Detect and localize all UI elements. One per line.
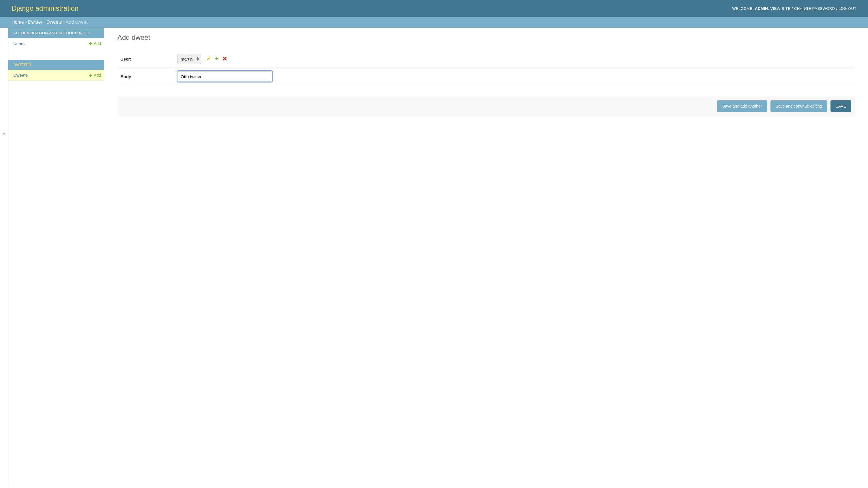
delete-related-button[interactable] bbox=[222, 56, 227, 62]
add-dweets-link[interactable]: ✚ Add bbox=[89, 73, 101, 77]
sidebar-link-users[interactable]: Users bbox=[13, 41, 25, 46]
save-add-another-button[interactable] bbox=[717, 100, 767, 112]
x-icon bbox=[222, 56, 227, 61]
site-title[interactable]: Django administration bbox=[11, 4, 79, 12]
site-title-link[interactable]: Django administration bbox=[11, 4, 79, 12]
user-tools: Welcome, ADMIN. View site / Change passw… bbox=[732, 6, 857, 11]
toggle-sidebar-button[interactable]: « bbox=[0, 28, 8, 486]
user-select[interactable]: martin bbox=[178, 54, 201, 64]
app-section-dwitter-link[interactable]: Dwitter bbox=[13, 63, 31, 67]
logout-link[interactable]: Log out bbox=[839, 6, 857, 11]
change-password-link[interactable]: Change password bbox=[794, 6, 835, 11]
view-site-link[interactable]: View site bbox=[770, 6, 790, 11]
plus-icon: ✚ bbox=[89, 41, 92, 46]
label-user: User: bbox=[118, 57, 178, 61]
add-users-link[interactable]: ✚ Add bbox=[89, 41, 101, 46]
username: ADMIN bbox=[755, 6, 768, 11]
plus-icon: ✚ bbox=[89, 73, 92, 77]
breadcrumb-app[interactable]: Dwitter bbox=[28, 20, 42, 25]
app-section-auth[interactable]: Authentication and Authorization bbox=[8, 28, 104, 38]
form-row-user: User: martin bbox=[118, 50, 855, 68]
save-button[interactable] bbox=[831, 100, 851, 112]
breadcrumb-current: Add dweet bbox=[66, 20, 88, 25]
page-title: Add dweet bbox=[118, 33, 855, 41]
welcome-text: Welcome, bbox=[732, 6, 755, 11]
toggle-sidebar-icon: « bbox=[3, 132, 5, 137]
submit-row bbox=[118, 96, 855, 117]
content: Add dweet User: martin bbox=[104, 28, 868, 486]
add-related-button[interactable] bbox=[214, 56, 219, 62]
breadcrumb: Home › Dwitter › Dweets › Add dweet bbox=[0, 17, 868, 28]
label-body: Body: bbox=[118, 74, 178, 79]
breadcrumb-home[interactable]: Home bbox=[11, 20, 24, 25]
save-continue-button[interactable] bbox=[771, 100, 827, 112]
sidebar-link-dweets[interactable]: Dweets bbox=[13, 73, 28, 77]
breadcrumb-model[interactable]: Dweets bbox=[46, 20, 62, 25]
app-section-auth-link[interactable]: Authentication and Authorization bbox=[13, 31, 91, 35]
app-section-dwitter[interactable]: Dwitter bbox=[8, 60, 104, 70]
sidebar-item-dweets: Dweets ✚ Add bbox=[8, 70, 104, 81]
form-row-body: Body: bbox=[118, 68, 855, 85]
change-related-button[interactable] bbox=[206, 56, 211, 62]
plus-icon bbox=[214, 56, 219, 61]
nav-sidebar: Authentication and Authorization Users ✚… bbox=[8, 28, 104, 486]
body-input[interactable] bbox=[178, 71, 272, 82]
pencil-icon bbox=[206, 56, 211, 61]
app-module-auth: Authentication and Authorization Users ✚… bbox=[8, 28, 104, 49]
header: Django administration Welcome, ADMIN. Vi… bbox=[0, 0, 868, 17]
sidebar-item-users: Users ✚ Add bbox=[8, 38, 104, 49]
app-module-dwitter: Dwitter Dweets ✚ Add bbox=[8, 60, 104, 81]
branding: Django administration bbox=[11, 4, 79, 12]
